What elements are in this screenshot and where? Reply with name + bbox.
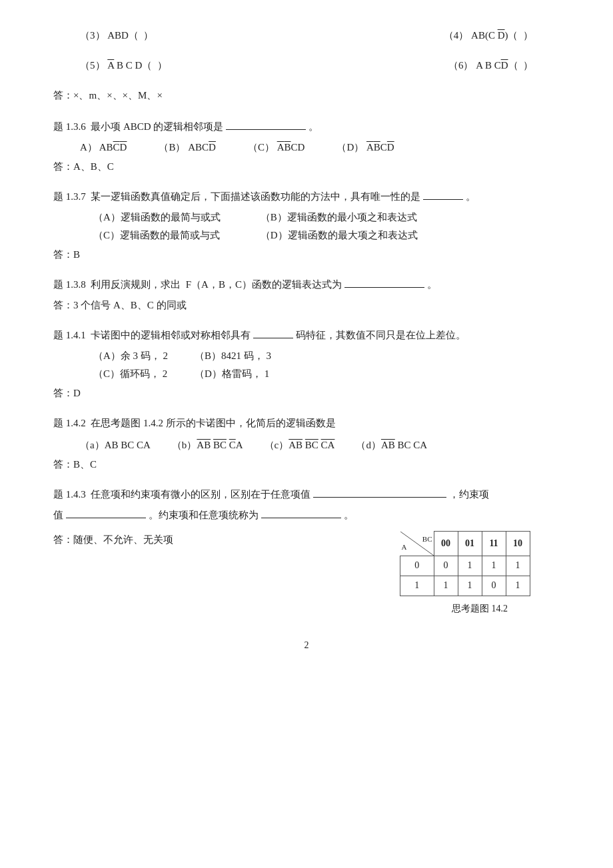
- kmap-col-00: 00: [434, 532, 458, 556]
- q6-label: （6） A B CD（ ）: [448, 57, 533, 75]
- q137-optD: （D）逻辑函数的最大项之和表达式: [261, 226, 418, 244]
- q136-optA: A） ABCD: [80, 139, 127, 157]
- q141-col1: （A）余 3 码， 2 （C）循环码， 2: [93, 347, 168, 383]
- q142-options-row: （a）AB BC CA （b）AB BC CA （c）AB BC CA （d）A…: [80, 436, 560, 454]
- section-q138: 题 1.3.8 利用反演规则，求出 F（A，B，C）函数的逻辑表达式为 。 答：…: [53, 276, 560, 314]
- q143-period: 。: [344, 506, 354, 524]
- q137-optA: （A）逻辑函数的最简与或式: [93, 209, 221, 226]
- q141-answer-text: 答：D: [53, 388, 81, 398]
- kmap-cell-0-01: 1: [458, 556, 482, 576]
- q136-answer-text: 答：A、B、C: [53, 161, 114, 172]
- q143-blank2: [66, 518, 146, 518]
- q4-overline-D: D: [498, 30, 505, 41]
- q137-col2: （B）逻辑函数的最小项之和表达式 （D）逻辑函数的最大项之和表达式: [261, 209, 418, 244]
- kmap-cell-0-10: 1: [506, 556, 530, 576]
- q142-answer: 答：B、C: [53, 456, 560, 474]
- q143-answer-text: 答：随便、不允许、无关项: [53, 534, 173, 545]
- q136-answer: 答：A、B、C: [53, 158, 560, 176]
- q142-optD: （d）AB BC CA: [356, 436, 427, 454]
- q143-answer-section: 答：随便、不允许、无关项 BC A: [53, 531, 560, 617]
- q136-optD: （D） ABCD: [336, 139, 394, 157]
- q5-overline-A: A: [107, 60, 114, 71]
- q141-col2: （B）8421 码， 3 （D）格雷码， 1: [195, 347, 271, 383]
- q143-blank1: [313, 497, 446, 498]
- q143-q3: 。约束项和任意项统称为: [149, 506, 259, 524]
- kmap-cell-1-11: 0: [482, 576, 506, 596]
- kmap-cell-1-10: 1: [506, 576, 530, 596]
- section-q136: 题 1.3.6 最小项 ABCD 的逻辑相邻项是 。 A） ABCD （B） A…: [53, 118, 560, 176]
- q142-optA: （a）AB BC CA: [80, 436, 151, 454]
- q143-kmap: BC A 00 01 11 10 0: [400, 531, 560, 617]
- q141-optC: （C）循环码， 2: [93, 365, 168, 383]
- q136-question-row: 题 1.3.6 最小项 ABCD 的逻辑相邻项是 。: [53, 118, 560, 136]
- kmap-corner: BC A: [400, 532, 434, 556]
- q143-answer-left: 答：随便、不允许、无关项: [53, 531, 380, 549]
- q137-answer-text: 答：B: [53, 249, 80, 260]
- q141-options: （A）余 3 码， 2 （C）循环码， 2 （B）8421 码， 3 （D）格雷…: [93, 347, 560, 383]
- kmap-row-label-1: 1: [400, 576, 434, 596]
- kmap-col-header: BC: [422, 533, 432, 546]
- q141-optB: （B）8421 码， 3: [195, 347, 271, 365]
- q143-question-row1: 题 1.4.3 任意项和约束项有微小的区别，区别在于任意项值 ，约束项: [53, 486, 560, 504]
- q142-answer-text: 答：B、C: [53, 459, 97, 470]
- q143-q2: ，约束项: [449, 486, 489, 504]
- q142-optC: （c）AB BC CA: [265, 436, 335, 454]
- kmap-row-1: 1 1 1 0 1: [400, 576, 530, 596]
- q141-label: 题 1.4.1 卡诺图中的逻辑相邻或对称相邻具有: [53, 326, 251, 344]
- row-q3-q4: （3） ABD（ ） （4） AB(C D)（ ）: [80, 27, 560, 45]
- section-q137: 题 1.3.7 某一逻辑函数真值确定后，下面描述该函数功能的方法中，具有唯一性的…: [53, 188, 560, 264]
- section-q143: 题 1.4.3 任意项和约束项有微小的区别，区别在于任意项值 ，约束项 值 。约…: [53, 486, 560, 617]
- q138-blank: [344, 287, 424, 288]
- q138-label: 题 1.3.8 利用反演规则，求出 F（A，B，C）函数的逻辑表达式为: [53, 276, 342, 294]
- kmap-col-10: 10: [506, 532, 530, 556]
- q138-question-row: 题 1.3.8 利用反演规则，求出 F（A，B，C）函数的逻辑表达式为 。: [53, 276, 560, 294]
- q138-period: 。: [427, 276, 437, 294]
- kmap-cell-0-11: 1: [482, 556, 506, 576]
- kmap-col-11: 11: [482, 532, 506, 556]
- q143-question-row2: 值 。约束项和任意项统称为 。: [53, 506, 560, 524]
- section-q5-q6: （5） A B C D（ ） （6） A B CD（ ）: [53, 57, 560, 75]
- answer-text: 答：×、m、×、×、M、×: [53, 90, 163, 101]
- q137-optB: （B）逻辑函数的最小项之和表达式: [261, 209, 418, 226]
- page-number: 2: [53, 637, 560, 653]
- page-content: （3） ABD（ ） （4） AB(C D)（ ） （5） A B C D（ ）…: [53, 27, 560, 653]
- q137-period: 。: [466, 188, 476, 206]
- kmap-cell-0-00: 0: [434, 556, 458, 576]
- q136-period: 。: [308, 118, 318, 136]
- q136-label: 题 1.3.6 最小项 ABCD 的逻辑相邻项是: [53, 118, 223, 136]
- kmap-caption: 思考题图 14.2: [400, 600, 560, 617]
- kmap-row-header: A: [402, 541, 407, 554]
- kmap-cell-1-01: 1: [458, 576, 482, 596]
- q137-optC: （C）逻辑函数的最简或与式: [93, 226, 221, 244]
- q137-question-row: 题 1.3.7 某一逻辑函数真值确定后，下面描述该函数功能的方法中，具有唯一性的…: [53, 188, 560, 206]
- q137-col1: （A）逻辑函数的最简与或式 （C）逻辑函数的最简或与式: [93, 209, 221, 244]
- q142-optB: （b）AB BC CA: [172, 436, 243, 454]
- section-q3-4: （3） ABD（ ） （4） AB(C D)（ ）: [53, 27, 560, 45]
- q136-optB: （B） ABCD: [159, 139, 215, 157]
- kmap-row-0: 0 0 1 1 1: [400, 556, 530, 576]
- section-q142: 题 1.4.2 在思考题图 1.4.2 所示的卡诺图中，化简后的逻辑函数是 （a…: [53, 414, 560, 474]
- kmap-table: BC A 00 01 11 10 0: [400, 531, 530, 596]
- q137-label: 题 1.3.7 某一逻辑函数真值确定后，下面描述该函数功能的方法中，具有唯一性的…: [53, 188, 420, 206]
- q138-answer: 答：3 个信号 A、B、C 的同或: [53, 296, 560, 314]
- q142-question-row: 题 1.4.2 在思考题图 1.4.2 所示的卡诺图中，化简后的逻辑函数是: [53, 414, 560, 432]
- q138-answer-text: 答：3 个信号 A、B、C 的同或: [53, 300, 187, 310]
- q137-options: （A）逻辑函数的最简与或式 （C）逻辑函数的最简或与式 （B）逻辑函数的最小项之…: [93, 209, 560, 244]
- answer-q3-q6: 答：×、m、×、×、M、×: [53, 87, 560, 105]
- kmap-row-label-0: 0: [400, 556, 434, 576]
- q142-label: 题 1.4.2 在思考题图 1.4.2 所示的卡诺图中，化简后的逻辑函数是: [53, 414, 336, 432]
- q136-options: A） ABCD （B） ABCD （C） ABCD （D） ABCD: [80, 139, 560, 157]
- kmap-col-01: 01: [458, 532, 482, 556]
- q141-question2: 码特征，其数值不同只是在位上差位。: [296, 326, 466, 344]
- q136-blank: [226, 129, 306, 130]
- q137-blank: [423, 199, 463, 200]
- q4-label: （4） AB(C D)（ ）: [444, 27, 533, 45]
- kmap-cell-1-00: 1: [434, 576, 458, 596]
- q141-blank: [253, 338, 293, 338]
- q6-overline-D: D: [501, 60, 508, 71]
- q143-label: 题 1.4.3 任意项和约束项有微小的区别，区别在于任意项值: [53, 486, 310, 504]
- q137-answer: 答：B: [53, 246, 560, 264]
- q143-blank3: [261, 518, 341, 518]
- q136-optC: （C） ABCD: [248, 139, 305, 157]
- section-q141: 题 1.4.1 卡诺图中的逻辑相邻或对称相邻具有 码特征，其数值不同只是在位上差…: [53, 326, 560, 402]
